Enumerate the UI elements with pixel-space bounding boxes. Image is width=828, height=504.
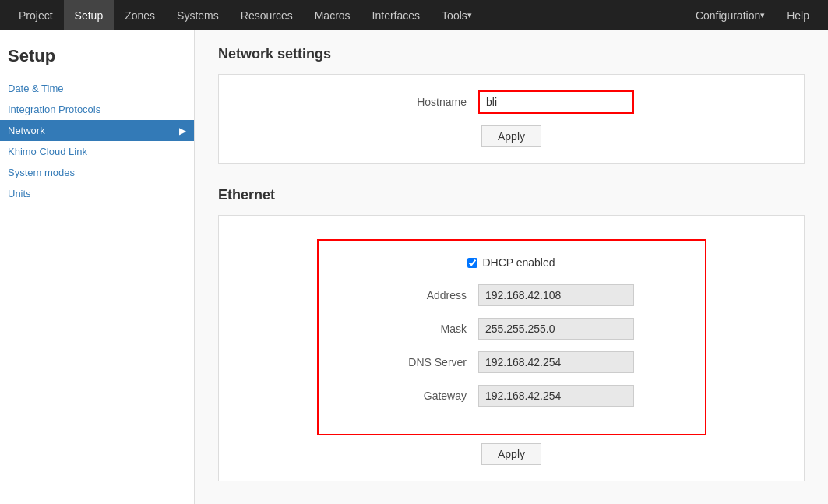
nav-help[interactable]: Help (776, 0, 820, 30)
mask-group: Mask (334, 318, 689, 340)
nav-zones[interactable]: Zones (114, 0, 166, 30)
sidebar-label-network: Network (8, 125, 45, 136)
sidebar-arrow-network: ▶ (179, 125, 186, 136)
sidebar-item-integration: Integration Protocols (0, 99, 194, 120)
nav-interfaces[interactable]: Interfaces (361, 0, 431, 30)
ethernet-apply-button[interactable]: Apply (481, 443, 541, 465)
ethernet-title: Ethernet (218, 187, 805, 203)
dhcp-row: DHCP enabled (334, 256, 689, 269)
ethernet-apply-container: Apply (234, 443, 788, 465)
nav-tools[interactable]: Tools (431, 0, 483, 30)
hostname-group: Hostname (234, 90, 788, 114)
dhcp-checkbox[interactable] (467, 258, 477, 268)
sidebar-link-datetime[interactable]: Date & Time (0, 78, 194, 99)
sidebar-link-integration[interactable]: Integration Protocols (0, 99, 194, 120)
dns-label: DNS Server (389, 356, 467, 368)
sidebar-item-network: Network ▶ (0, 120, 194, 141)
page-body: Setup Date & Time Integration Protocols … (0, 30, 828, 504)
address-group: Address (334, 284, 689, 306)
gateway-label: Gateway (389, 389, 467, 402)
network-apply-container: Apply (234, 125, 788, 147)
top-nav: Project Setup Zones Systems Resources Ma… (0, 0, 828, 30)
sidebar-item-khimo: Khimo Cloud Link (0, 141, 194, 162)
sidebar-item-datetime: Date & Time (0, 78, 194, 99)
main-content: Network settings Hostname Apply Ethernet… (195, 30, 828, 504)
mask-label: Mask (389, 322, 467, 335)
sidebar-list: Date & Time Integration Protocols Networ… (0, 78, 194, 204)
nav-systems[interactable]: Systems (166, 0, 230, 30)
nav-project[interactable]: Project (8, 0, 64, 30)
nav-macros[interactable]: Macros (304, 0, 361, 30)
sidebar: Setup Date & Time Integration Protocols … (0, 30, 195, 504)
network-settings-box: Hostname Apply (218, 74, 805, 164)
address-input[interactable] (478, 284, 634, 306)
ethernet-inner: DHCP enabled Address Mask DNS Server Gat… (317, 239, 706, 435)
sidebar-title: Setup (0, 46, 194, 78)
nav-setup[interactable]: Setup (64, 0, 115, 30)
dns-group: DNS Server (334, 351, 689, 373)
gateway-input[interactable] (478, 385, 634, 407)
hostname-input[interactable] (478, 90, 634, 114)
sidebar-item-units: Units (0, 183, 194, 204)
sidebar-link-network[interactable]: Network ▶ (0, 120, 194, 141)
nav-configuration[interactable]: Configuration (685, 0, 776, 30)
address-label: Address (389, 289, 467, 301)
gateway-group: Gateway (334, 385, 689, 407)
network-apply-button[interactable]: Apply (481, 125, 541, 147)
sidebar-link-khimo[interactable]: Khimo Cloud Link (0, 141, 194, 162)
hostname-label: Hostname (389, 96, 467, 108)
sidebar-link-systemmodes[interactable]: System modes (0, 162, 194, 183)
mask-input[interactable] (478, 318, 634, 340)
sidebar-item-systemmodes: System modes (0, 162, 194, 183)
sidebar-link-units[interactable]: Units (0, 183, 194, 204)
nav-resources[interactable]: Resources (230, 0, 304, 30)
network-settings-title: Network settings (218, 46, 805, 62)
ethernet-box: DHCP enabled Address Mask DNS Server Gat… (218, 215, 805, 481)
dns-input[interactable] (478, 351, 634, 373)
dhcp-label: DHCP enabled (482, 256, 555, 269)
